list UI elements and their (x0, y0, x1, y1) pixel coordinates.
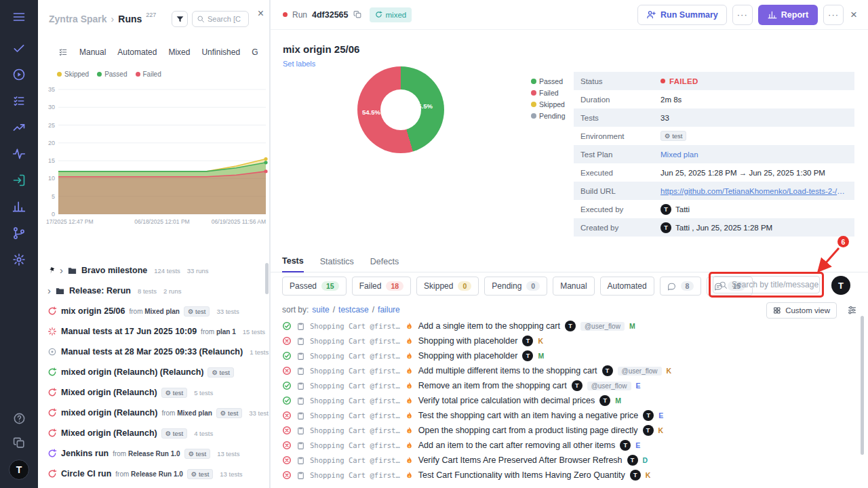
run-item[interactable]: Jenkins runfrom Release Run 1.0⚙ test13 … (38, 443, 269, 464)
bar-chart-icon (768, 10, 777, 20)
run-item[interactable]: Manual tests at 28 Mar 2025 09:33 (Relau… (38, 342, 269, 362)
close-run-button[interactable]: × (849, 8, 859, 22)
bar-chart-icon[interactable] (12, 199, 26, 214)
user-avatar[interactable]: T (831, 276, 850, 295)
play-circle-icon[interactable] (12, 67, 26, 82)
run-item[interactable]: Mixed origin (Relaunch)⚙ test4 tests (38, 423, 269, 443)
menu-icon[interactable] (12, 9, 26, 24)
branch-icon[interactable] (12, 226, 26, 241)
tab-defects[interactable]: Defects (370, 257, 399, 272)
test-row[interactable]: Shopping Cart @first…Add multiple differ… (282, 363, 859, 378)
svg-text:25: 25 (48, 122, 55, 129)
more-button[interactable]: ··· (732, 5, 753, 25)
run-topbar: Run 4df32565 mixed Run Summary ··· Repor… (271, 0, 868, 30)
runs-tab-manual[interactable]: Manual (79, 47, 106, 57)
help-icon[interactable] (12, 411, 26, 426)
detail-row: Created byTTatti , Jun 25, 2025 1:28 PM (574, 218, 854, 237)
failed-icon (282, 411, 292, 420)
report-button[interactable]: Report (758, 5, 818, 25)
test-row[interactable]: Shopping Cart @first…Shopping with place… (282, 348, 859, 363)
donut-label-passed: 45.5% (414, 102, 433, 110)
login-icon[interactable] (12, 173, 26, 188)
filter-failed[interactable]: Failed18 (352, 277, 411, 296)
filter-passed[interactable]: Passed15 (282, 277, 347, 296)
tab-tests[interactable]: Tests (282, 256, 304, 272)
trend-icon[interactable] (12, 120, 26, 135)
activity-icon[interactable] (12, 146, 26, 161)
filter-pending[interactable]: Pending0 (484, 277, 547, 296)
custom-view-button[interactable]: Custom view (766, 302, 837, 319)
test-row[interactable]: Shopping Cart @first…Remove an item from… (282, 378, 859, 393)
filter-comment[interactable]: 8 (660, 277, 702, 296)
projects-icon[interactable] (12, 435, 26, 450)
run-item[interactable]: Manual tests at 17 Jun 2025 10:09from pl… (38, 321, 269, 342)
test-row[interactable]: Shopping Cart @first…Add a single item t… (282, 319, 859, 333)
tree-folder[interactable]: ›Release: Rerun8 tests2 runs (38, 281, 269, 301)
build-url-link[interactable]: https://github.com/TetianaKhomenko/Load-… (660, 187, 848, 195)
test-row[interactable]: Shopping Cart @first…Shopping with place… (282, 333, 859, 348)
filter-automated[interactable]: Automated (600, 277, 654, 296)
donut-legend-passed: Passed (531, 77, 566, 85)
filter-manual[interactable]: Manual (553, 277, 594, 296)
runs-tab-mixed[interactable]: Mixed (168, 47, 190, 57)
detail-row: ExecutedJun 25, 2025 1:28 PM → Jun 25, 2… (574, 163, 854, 182)
run-item[interactable]: mixed origin (Relaunch)from Mixed plan⚙ … (38, 403, 269, 423)
run-target-icon (47, 347, 57, 357)
check-icon[interactable] (12, 41, 26, 56)
checklist-icon[interactable] (12, 94, 26, 108)
test-row[interactable]: Shopping Cart @first…Verify Cart Items A… (282, 453, 859, 468)
donut-legend: PassedFailedSkippedPending (531, 77, 566, 120)
donut-legend-pending: Pending (531, 112, 566, 120)
tests-search-input[interactable]: Search by title/message (713, 276, 820, 293)
run-summary-button[interactable]: Run Summary (637, 5, 727, 25)
app-brand[interactable]: Zyntra Spark (49, 14, 107, 24)
chevron-right-icon[interactable]: › (47, 285, 51, 296)
runs-tab-automated[interactable]: Automated (117, 47, 157, 57)
flame-icon (405, 396, 414, 405)
annotation-number: 6 (837, 236, 849, 247)
run-title: mix origin 25/06 (283, 43, 868, 55)
chevron-right-icon[interactable]: › (60, 264, 63, 276)
tree-folder[interactable]: ›Bravo milestone124 tests33 runs (38, 260, 269, 281)
run-item[interactable]: mix origin 25/06from Mixed plan⚙ test33 … (38, 301, 269, 321)
failed-icon (282, 470, 292, 480)
testcase-icon (296, 396, 305, 405)
sort-failure[interactable]: failure (378, 305, 400, 314)
test-row[interactable]: Shopping Cart @first…Test the shopping c… (282, 408, 859, 423)
more-button-2[interactable]: ··· (823, 5, 844, 25)
tab-statistics[interactable]: Statistics (320, 257, 354, 272)
trend-chart-legend: SkippedPassedFailed (57, 70, 161, 78)
run-overview: 45.5% 54.5% PassedFailedSkippedPending S… (271, 65, 868, 248)
test-plan-link[interactable]: Mixed plan (660, 150, 698, 159)
run-item[interactable]: mixed origin (Relaunch) (Relaunch)⚙ test (38, 362, 269, 382)
breadcrumb-runs: Runs (118, 14, 142, 24)
testcase-icon (296, 382, 305, 390)
test-row[interactable]: Shopping Cart @first…Verify total price … (282, 393, 859, 408)
user-avatar-sidebar[interactable]: T (9, 460, 29, 480)
sort-bar: sort by:suite/testcase/failure (282, 305, 400, 314)
run-item[interactable]: Mixed origin (Relaunch)⚙ test5 tests (38, 382, 269, 403)
test-row[interactable]: Shopping Cart @first…Open the shopping c… (282, 423, 859, 438)
filter-button[interactable] (172, 11, 188, 27)
tag-chip: @user_flow (580, 322, 625, 331)
failed-dot-icon (660, 79, 665, 83)
sort-testcase[interactable]: testcase (338, 305, 369, 314)
filter-skipped[interactable]: Skipped0 (416, 277, 479, 296)
tests-search-placeholder: Search by title/message (732, 280, 818, 289)
test-row[interactable]: Shopping Cart @first…Add an item to the … (282, 438, 859, 453)
gear-icon[interactable] (12, 252, 26, 267)
panel-scrollbar[interactable] (265, 263, 269, 294)
runs-tab-unfinished[interactable]: Unfinished (201, 47, 240, 57)
sliders-icon[interactable] (847, 305, 857, 315)
sort-suite[interactable]: suite (312, 305, 329, 314)
svg-text:17/2025 12:47 PM: 17/2025 12:47 PM (46, 218, 93, 225)
detail-row: StatusFAILED (574, 72, 854, 90)
run-item[interactable]: Circle CI runfrom Release Run 1.0⚙ test1… (38, 464, 269, 484)
runs-search-input[interactable]: Search [C (192, 11, 249, 27)
test-row[interactable]: Shopping Cart @first…Test Cart Functiona… (282, 468, 859, 483)
close-panel-button[interactable]: × (258, 8, 264, 19)
copy-icon[interactable] (353, 10, 362, 19)
legend-skipped: Skipped (57, 70, 89, 78)
runs-tab-g[interactable]: G (252, 47, 258, 57)
tests-scrollbar[interactable] (861, 316, 864, 455)
